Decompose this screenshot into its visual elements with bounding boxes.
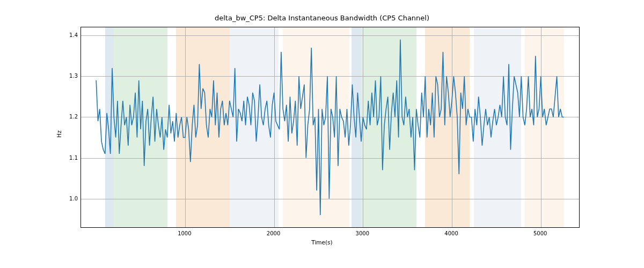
- y-tick-label: 1.2: [56, 114, 78, 120]
- y-tick-label: 1.0: [56, 195, 78, 201]
- y-tick-label: 1.4: [56, 32, 78, 38]
- line-plot-svg: [81, 27, 579, 227]
- x-tick-label: 5000: [533, 230, 547, 236]
- x-tick-label: 4000: [444, 230, 458, 236]
- plot-area: [80, 27, 580, 228]
- x-tick-label: 1000: [178, 230, 191, 236]
- y-axis-label: Hz: [54, 0, 64, 268]
- chart-title: delta_bw_CP5: Delta Instantaneous Bandwi…: [0, 14, 644, 22]
- y-tick-label: 1.1: [56, 154, 78, 160]
- figure: delta_bw_CP5: Delta Instantaneous Bandwi…: [0, 0, 644, 268]
- x-tick-label: 3000: [356, 230, 369, 236]
- series-line: [96, 40, 564, 215]
- x-axis-label: Time(s): [0, 239, 644, 245]
- x-tick-label: 2000: [267, 230, 280, 236]
- y-tick-label: 1.3: [56, 73, 78, 79]
